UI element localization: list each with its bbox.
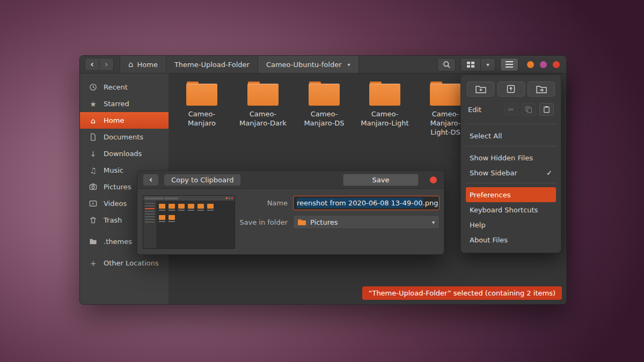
grid-view-icon (467, 61, 474, 68)
sidebar-item-label: Trash (104, 216, 122, 224)
menu-item-show-hidden-files[interactable]: Show Hidden Files (466, 150, 556, 165)
trash-icon (89, 216, 98, 224)
dialog-titlebar[interactable]: ‹ Copy to Clipboard Save (137, 171, 444, 189)
music-icon: ♫ (89, 166, 98, 175)
hamburger-icon (506, 61, 513, 68)
paste-button[interactable] (539, 103, 554, 116)
menu-item-about-files[interactable]: About Files (466, 232, 556, 247)
plus-icon: + (89, 259, 98, 268)
breadcrumb: ⌂ Home Theme-Upload-Folder Cameo-Ubuntu-… (120, 56, 359, 73)
new-tab-button[interactable] (497, 82, 525, 97)
menu-separator (466, 146, 556, 146)
name-label: Name (218, 196, 288, 210)
menu-item-label: Show Hidden Files (470, 154, 533, 162)
search-icon (443, 61, 451, 69)
save-folder-value: Pictures (310, 218, 338, 226)
status-badge: “Theme-Upload-Folder” selected (containi… (362, 286, 562, 300)
folder-name: Cameo-Manjaro (178, 109, 226, 128)
view-mode-button[interactable] (460, 58, 481, 71)
menu-item-label: Select All (470, 132, 502, 140)
sidebar-item-label: Videos (104, 200, 127, 208)
sidebar-item-home[interactable]: ⌂ Home (80, 112, 169, 129)
breadcrumb-home-label: Home (137, 61, 158, 69)
minimize-button[interactable] (527, 61, 534, 68)
new-window-button[interactable] (528, 82, 555, 97)
breadcrumb-label: Theme-Upload-Folder (174, 61, 250, 69)
dialog-back-button[interactable]: ‹ (143, 174, 159, 186)
folder-icon (369, 82, 400, 106)
folder-icon (186, 82, 217, 106)
new-window-icon (536, 85, 547, 93)
back-button[interactable]: ‹ (85, 58, 99, 71)
screenshot-save-dialog: ‹ Copy to Clipboard Save (137, 171, 444, 255)
sidebar-item-other-locations[interactable]: + Other Locations (80, 255, 169, 271)
folder-name: Cameo-Manjaro-Dark (239, 109, 287, 128)
folder-cameo-manjaro-light[interactable]: Cameo-Manjaro-Light (361, 82, 409, 128)
camera-icon (89, 183, 98, 191)
forward-icon: › (105, 60, 108, 69)
folder-cameo-manjaro[interactable]: Cameo-Manjaro (178, 82, 226, 128)
forward-button[interactable]: › (99, 58, 114, 71)
clock-icon (89, 83, 98, 91)
home-icon: ⌂ (128, 60, 134, 69)
cut-button[interactable]: ✂ (504, 103, 518, 116)
new-folder-button[interactable] (467, 82, 494, 97)
menu-item-select-all[interactable]: Select All (466, 128, 556, 143)
star-icon: ★ (89, 100, 98, 108)
edit-label: Edit (468, 106, 501, 114)
folder-name: Cameo-Manjaro-DS (300, 109, 348, 128)
sidebar-item-label: Home (104, 116, 124, 124)
menu-item-preferences[interactable]: Preferences (466, 187, 556, 202)
sidebar-item-label: .themes (104, 238, 132, 246)
breadcrumb-theme-upload-folder[interactable]: Theme-Upload-Folder (166, 56, 258, 73)
titlebar[interactable]: ‹ › ⌂ Home Theme-Upload-Folder Cameo-Ubu… (80, 56, 566, 73)
breadcrumb-home[interactable]: ⌂ Home (120, 56, 166, 73)
menu-separator (466, 124, 556, 124)
new-folder-icon (475, 85, 486, 93)
back-icon: ‹ (90, 60, 94, 69)
copy-to-clipboard-button[interactable]: Copy to Clipboard (164, 174, 241, 186)
folder-cameo-manjaro-ds[interactable]: Cameo-Manjaro-DS (300, 82, 348, 128)
paste-icon (543, 106, 550, 113)
menu-separator (466, 183, 556, 183)
sidebar-item-label: Starred (104, 100, 129, 108)
sidebar-item-downloads[interactable]: ↓ Downloads (80, 145, 169, 162)
maximize-button[interactable] (540, 61, 547, 68)
menu-item-label: Keyboard Shortcuts (470, 206, 538, 214)
new-tab-icon (507, 85, 515, 93)
document-icon (89, 133, 98, 141)
video-icon (89, 200, 98, 208)
chevron-down-icon: ▾ (486, 62, 489, 68)
menu-item-show-sidebar[interactable]: Show Sidebar ✓ (466, 165, 556, 180)
breadcrumb-cameo-ubuntu-folder[interactable]: Cameo-Ubuntu-folder ▾ (258, 56, 359, 73)
folder-name: Cameo-Manjaro-Light (361, 109, 409, 128)
view-options-dropdown[interactable]: ▾ (481, 58, 495, 71)
folder-icon (309, 82, 340, 106)
filename-selected-text: reenshot from 2020-06-08 13-49-00 (297, 198, 423, 208)
back-icon: ‹ (149, 175, 152, 184)
menu-item-help[interactable]: Help (466, 217, 556, 232)
sidebar-item-documents[interactable]: Documents (80, 129, 169, 145)
copy-button[interactable] (522, 103, 536, 116)
sidebar-item-label: Other Locations (104, 259, 159, 267)
sidebar-item-starred[interactable]: ★ Starred (80, 95, 169, 112)
hamburger-menu-popup: Edit ✂ Select All Show Hidden Files Show… (460, 75, 561, 253)
chevron-down-icon: ▾ (347, 62, 350, 68)
save-button[interactable]: Save (343, 174, 419, 186)
hamburger-menu-button[interactable] (500, 58, 518, 71)
sidebar-item-label: Pictures (104, 183, 131, 191)
sidebar-item-label: Recent (104, 83, 128, 91)
menu-item-keyboard-shortcuts[interactable]: Keyboard Shortcuts (466, 202, 556, 217)
sidebar-item-recent[interactable]: Recent (80, 79, 169, 95)
filename-input[interactable]: reenshot from 2020-06-08 13-49-00.png (293, 196, 440, 210)
close-button[interactable] (553, 61, 560, 68)
cut-icon: ✂ (508, 106, 514, 114)
folder-cameo-manjaro-dark[interactable]: Cameo-Manjaro-Dark (239, 82, 287, 128)
dialog-close-button[interactable] (430, 176, 437, 183)
save-folder-dropdown[interactable]: Pictures ▾ (293, 215, 440, 229)
filename-extension: .png (423, 199, 438, 207)
search-button[interactable] (437, 58, 456, 71)
sidebar-item-label: Documents (104, 133, 143, 141)
sidebar-item-label: Music (104, 166, 123, 174)
menu-item-label: Help (470, 221, 486, 229)
